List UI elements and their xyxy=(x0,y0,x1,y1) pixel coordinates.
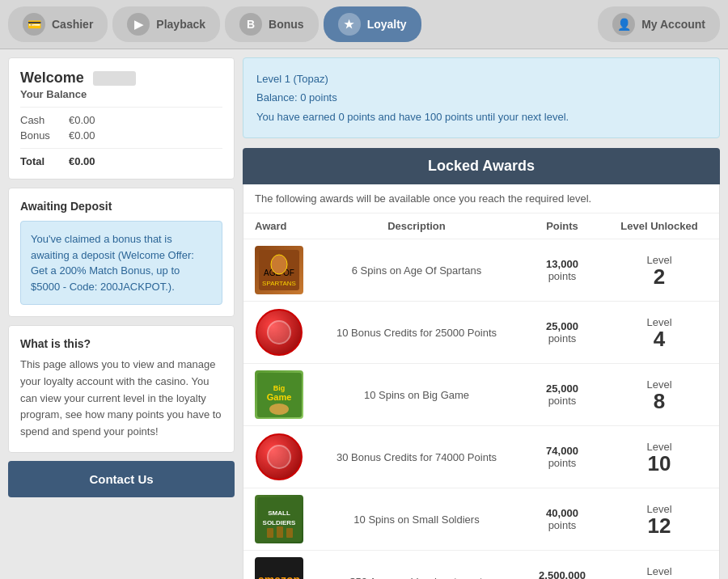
award-img-amazon: amazon xyxy=(255,557,303,579)
svg-rect-13 xyxy=(286,528,293,538)
whatisthis-title: What is this? xyxy=(20,337,222,350)
award-desc-big-game: 10 Spins on Big Game xyxy=(320,389,514,401)
cashier-nav-btn[interactable]: 💳 Cashier xyxy=(8,6,108,42)
award-level-red-bottle-2: Level10 xyxy=(611,441,708,474)
svg-text:Game: Game xyxy=(266,392,291,402)
award-level-big-game: Level8 xyxy=(611,378,708,412)
award-img-big-game: Big Game xyxy=(255,370,303,419)
account-label: My Account xyxy=(641,18,705,31)
awaiting-title: Awaiting Deposit xyxy=(20,200,222,213)
award-points-soldiers: 40,000points xyxy=(514,507,611,531)
playback-label: Playback xyxy=(156,18,205,31)
navigation-bar: 💳 Cashier ▶ Playback B Bonus ★ Loyalty 👤… xyxy=(0,0,728,49)
cash-row: Cash €0.00 xyxy=(20,114,222,126)
svg-text:SOLDIERS: SOLDIERS xyxy=(262,519,296,526)
awaiting-box: You've claimed a bonus that is awaiting … xyxy=(20,221,222,305)
bonus-row: Bonus €0.00 xyxy=(20,129,222,142)
awards-col-headers: Award Description Points Level Unlocked xyxy=(243,213,719,239)
balance-title: Your Balance xyxy=(20,88,222,100)
account-nav-btn[interactable]: 👤 My Account xyxy=(598,6,720,42)
award-row-red-bottle-2: 30 Bonus Credits for 74000 Points 74,000… xyxy=(243,426,719,488)
award-level-amazon: Level14 xyxy=(611,565,708,579)
award-img-soldiers: SMALL SOLDIERS xyxy=(255,495,303,543)
left-panel: Welcome Your Balance Cash €0.00 Bonus €0… xyxy=(8,57,235,579)
level-line1: Level 1 (Topaz) xyxy=(256,70,706,88)
svg-point-7 xyxy=(269,404,289,415)
welcome-section: Welcome Your Balance Cash €0.00 Bonus €0… xyxy=(8,57,235,180)
award-level-red-bottle-1: Level4 xyxy=(611,316,708,349)
awaiting-section: Awaiting Deposit You've claimed a bonus … xyxy=(8,188,235,317)
award-points-red-bottle-1: 25,000points xyxy=(514,320,611,344)
contact-us-button[interactable]: Contact Us xyxy=(8,461,235,497)
col-award: Award xyxy=(255,220,320,232)
loyalty-label: Loyalty xyxy=(367,18,407,31)
cashier-icon: 💳 xyxy=(23,13,45,36)
cash-value: €0.00 xyxy=(69,114,95,126)
award-img-spartans: AGE OF SPARTANS xyxy=(255,246,303,294)
award-img-red-bottle-1 xyxy=(255,308,303,357)
bonus-value: €0.00 xyxy=(69,129,95,142)
award-desc-red-bottle-2: 30 Bonus Credits for 74000 Points xyxy=(320,451,514,463)
whatisthis-section: What is this? This page allows you to vi… xyxy=(8,325,235,453)
welcome-prefix: Welcome xyxy=(20,70,84,86)
award-row-spartans: AGE OF SPARTANS 6 Spins on Age Of Sparta… xyxy=(243,239,719,302)
level-line3: You have earned 0 points and have 100 po… xyxy=(256,108,706,126)
cashier-label: Cashier xyxy=(52,18,93,31)
award-desc-soldiers: 10 Spins on Small Soldiers xyxy=(320,513,514,526)
playback-nav-btn[interactable]: ▶ Playback xyxy=(112,6,220,42)
playback-icon: ▶ xyxy=(127,13,150,36)
svg-rect-11 xyxy=(267,528,273,538)
svg-point-3 xyxy=(271,255,287,274)
col-points: Points xyxy=(514,220,611,232)
award-points-amazon: 2,500,000points xyxy=(514,569,611,579)
awards-rows: AGE OF SPARTANS 6 Spins on Age Of Sparta… xyxy=(243,239,719,579)
username-display xyxy=(93,71,136,86)
award-desc-spartans: 6 Spins on Age Of Spartans xyxy=(320,264,514,277)
award-row-big-game: Big Game 10 Spins on Big Game 25,000poin… xyxy=(243,364,719,426)
locked-awards-section: Locked Awards The following awards will … xyxy=(243,148,720,579)
account-icon: 👤 xyxy=(612,13,635,36)
bonus-nav-btn[interactable]: B Bonus xyxy=(225,6,319,42)
award-row-amazon: amazon $50 Amazon Voucher (more) 2,500,0… xyxy=(243,551,719,579)
awards-subtitle: The following awards will be available o… xyxy=(243,184,719,213)
right-panel: Level 1 (Topaz) Balance: 0 points You ha… xyxy=(243,57,720,579)
awards-table: The following awards will be available o… xyxy=(243,184,720,579)
svg-text:SPARTANS: SPARTANS xyxy=(262,280,296,287)
award-desc-red-bottle-1: 10 Bonus Credits for 25000 Points xyxy=(320,327,514,339)
total-label: Total xyxy=(20,155,61,167)
balance-divider-2 xyxy=(20,148,222,149)
col-description: Description xyxy=(320,220,514,232)
whatisthis-text: This page allows you to view and manage … xyxy=(20,357,222,441)
level-line2: Balance: 0 points xyxy=(256,88,706,107)
total-row: Total €0.00 xyxy=(20,155,222,167)
award-desc-amazon: $50 Amazon Voucher (more) xyxy=(320,576,514,579)
locked-awards-title: Locked Awards xyxy=(243,148,720,184)
svg-text:amazon: amazon xyxy=(259,573,299,579)
level-info-box: Level 1 (Topaz) Balance: 0 points You ha… xyxy=(243,57,720,138)
col-level: Level Unlocked xyxy=(611,220,708,232)
award-points-spartans: 13,000points xyxy=(514,258,611,282)
award-points-big-game: 25,000points xyxy=(514,382,611,407)
cash-label: Cash xyxy=(20,114,61,126)
award-level-spartans: Level2 xyxy=(611,254,708,287)
award-row-red-bottle-1: 10 Bonus Credits for 25000 Points 25,000… xyxy=(243,302,719,364)
award-img-red-bottle-2 xyxy=(255,433,303,481)
svg-text:Big: Big xyxy=(273,384,285,392)
svg-rect-12 xyxy=(277,526,283,538)
award-points-red-bottle-2: 74,000points xyxy=(514,445,611,469)
bonus-label: Bonus xyxy=(20,129,61,142)
loyalty-nav-btn[interactable]: ★ Loyalty xyxy=(324,6,421,42)
award-level-soldiers: Level12 xyxy=(611,503,708,536)
award-row-soldiers: SMALL SOLDIERS 10 Spins on Small Soldier… xyxy=(243,488,719,551)
bonus-label: Bonus xyxy=(269,18,304,31)
welcome-title: Welcome xyxy=(20,70,222,87)
total-value: €0.00 xyxy=(69,155,95,167)
svg-text:SMALL: SMALL xyxy=(268,509,290,517)
balance-divider xyxy=(20,107,222,108)
main-layout: Welcome Your Balance Cash €0.00 Bonus €0… xyxy=(0,49,728,579)
loyalty-icon: ★ xyxy=(338,13,361,36)
bonus-icon: B xyxy=(239,13,262,36)
